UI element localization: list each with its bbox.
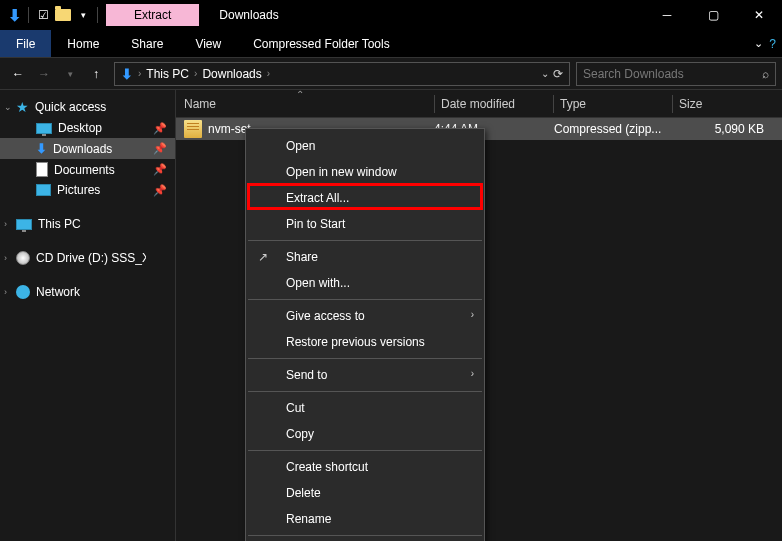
sidebar-item-label: Network	[36, 285, 80, 299]
qat-newfolder-icon[interactable]	[55, 7, 71, 23]
sidebar-item-label: Desktop	[58, 121, 102, 135]
sidebar-downloads[interactable]: ⬇ Downloads 📌	[0, 138, 175, 159]
sidebar-item-label: Quick access	[35, 100, 106, 114]
ctx-give-access-to[interactable]: Give access to›	[246, 303, 484, 329]
qat-properties-icon[interactable]: ☑	[35, 7, 51, 23]
column-headers: ⌃ Name Date modified Type Size	[176, 90, 782, 118]
network-icon	[16, 285, 30, 299]
disc-icon	[16, 251, 30, 265]
expand-icon[interactable]: ›	[4, 219, 7, 229]
maximize-button[interactable]: ▢	[690, 0, 736, 30]
sidebar-documents[interactable]: Documents 📌	[0, 159, 175, 180]
ctx-open-new-window[interactable]: Open in new window	[246, 159, 484, 185]
address-dropdown-icon[interactable]: ⌄	[541, 68, 549, 79]
pictures-icon	[36, 184, 51, 196]
ctx-separator	[248, 299, 482, 300]
file-menu[interactable]: File	[0, 30, 51, 57]
titlebar: ⬇ ☑ ▾ Extract Downloads ─ ▢ ✕	[0, 0, 782, 30]
ctx-separator	[248, 391, 482, 392]
submenu-arrow-icon: ›	[471, 309, 474, 320]
minimize-button[interactable]: ─	[644, 0, 690, 30]
qat-dropdown-icon[interactable]: ▾	[75, 7, 91, 23]
tab-compressed-tools[interactable]: Compressed Folder Tools	[237, 33, 406, 55]
sidebar-item-label: This PC	[38, 217, 81, 231]
col-name[interactable]: Name	[184, 97, 434, 111]
refresh-button[interactable]: ⟳	[553, 67, 563, 81]
forward-button[interactable]: →	[32, 62, 56, 86]
sidebar-item-label: Pictures	[57, 183, 100, 197]
search-placeholder: Search Downloads	[583, 67, 762, 81]
search-icon[interactable]: ⌕	[762, 67, 769, 81]
tab-share[interactable]: Share	[115, 33, 179, 55]
sidebar-pictures[interactable]: Pictures 📌	[0, 180, 175, 200]
submenu-arrow-icon: ›	[471, 368, 474, 379]
ctx-cut[interactable]: Cut	[246, 395, 484, 421]
file-size: 5,090 KB	[674, 122, 782, 136]
ctx-pin-to-start[interactable]: Pin to Start	[246, 211, 484, 237]
sidebar-cddrive[interactable]: › CD Drive (D:) SSS_X64	[0, 248, 175, 268]
expand-icon[interactable]: ⌄	[4, 102, 12, 112]
nav-bar: ← → ▾ ↑ ⬇ › This PC › Downloads › ⌄ ⟳ Se…	[0, 58, 782, 90]
search-box[interactable]: Search Downloads ⌕	[576, 62, 776, 86]
ctx-separator	[248, 450, 482, 451]
pin-icon: 📌	[153, 184, 167, 197]
back-button[interactable]: ←	[6, 62, 30, 86]
close-button[interactable]: ✕	[736, 0, 782, 30]
share-icon: ↗	[258, 250, 268, 264]
sort-indicator-icon: ⌃	[296, 89, 304, 100]
desktop-icon	[36, 123, 52, 134]
ribbon: File Home Share View Compressed Folder T…	[0, 30, 782, 58]
crumb-separator-icon[interactable]: ›	[266, 68, 271, 79]
expand-icon[interactable]: ›	[4, 253, 7, 263]
ctx-delete[interactable]: Delete	[246, 480, 484, 506]
ctx-open[interactable]: Open	[246, 133, 484, 159]
crumb-downloads[interactable]: Downloads	[198, 67, 265, 81]
file-type: Compressed (zipp...	[554, 122, 674, 136]
zip-file-icon	[184, 120, 202, 138]
tab-home[interactable]: Home	[51, 33, 115, 55]
contextual-tab-extract[interactable]: Extract	[106, 4, 199, 26]
up-button[interactable]: ↑	[84, 62, 108, 86]
sidebar-thispc[interactable]: › This PC	[0, 214, 175, 234]
tab-view[interactable]: View	[179, 33, 237, 55]
col-date[interactable]: Date modified	[435, 97, 553, 111]
ctx-separator	[248, 240, 482, 241]
sidebar-item-label: Documents	[54, 163, 115, 177]
nav-pane: ⌄ ★ Quick access Desktop 📌 ⬇ Downloads 📌…	[0, 90, 175, 541]
crumb-thispc[interactable]: This PC	[142, 67, 193, 81]
sidebar-item-label: Downloads	[53, 142, 112, 156]
downloads-icon: ⬇	[36, 141, 47, 156]
recent-dropdown-icon[interactable]: ▾	[58, 62, 82, 86]
ctx-send-to[interactable]: Send to›	[246, 362, 484, 388]
expand-icon[interactable]: ›	[4, 287, 7, 297]
star-icon: ★	[16, 99, 29, 115]
pin-icon: 📌	[153, 163, 167, 176]
ctx-rename[interactable]: Rename	[246, 506, 484, 532]
pin-icon: 📌	[153, 122, 167, 135]
pc-icon	[16, 219, 32, 230]
ctx-restore-versions[interactable]: Restore previous versions	[246, 329, 484, 355]
qat-separator	[28, 7, 29, 23]
ctx-copy[interactable]: Copy	[246, 421, 484, 447]
sidebar-network[interactable]: › Network	[0, 282, 175, 302]
sidebar-quick-access[interactable]: ⌄ ★ Quick access	[0, 96, 175, 118]
ctx-separator	[248, 535, 482, 536]
ctx-extract-all[interactable]: Extract All...	[246, 185, 484, 211]
sidebar-desktop[interactable]: Desktop 📌	[0, 118, 175, 138]
ribbon-expand-icon[interactable]: ⌄	[754, 37, 763, 50]
address-bar[interactable]: ⬇ › This PC › Downloads › ⌄ ⟳	[114, 62, 570, 86]
ctx-share[interactable]: ↗Share	[246, 244, 484, 270]
col-size[interactable]: Size	[673, 97, 782, 111]
address-icon: ⬇	[117, 66, 137, 82]
ctx-create-shortcut[interactable]: Create shortcut	[246, 454, 484, 480]
help-icon[interactable]: ?	[769, 37, 776, 51]
window-title: Downloads	[199, 8, 298, 22]
documents-icon	[36, 162, 48, 177]
app-icon: ⬇	[6, 7, 22, 23]
ctx-open-with[interactable]: Open with...	[246, 270, 484, 296]
col-type[interactable]: Type	[554, 97, 672, 111]
context-menu: Open Open in new window Extract All... P…	[245, 128, 485, 541]
qat: ⬇ ☑ ▾	[0, 7, 106, 23]
pin-icon: 📌	[153, 142, 167, 155]
window-controls: ─ ▢ ✕	[644, 0, 782, 30]
